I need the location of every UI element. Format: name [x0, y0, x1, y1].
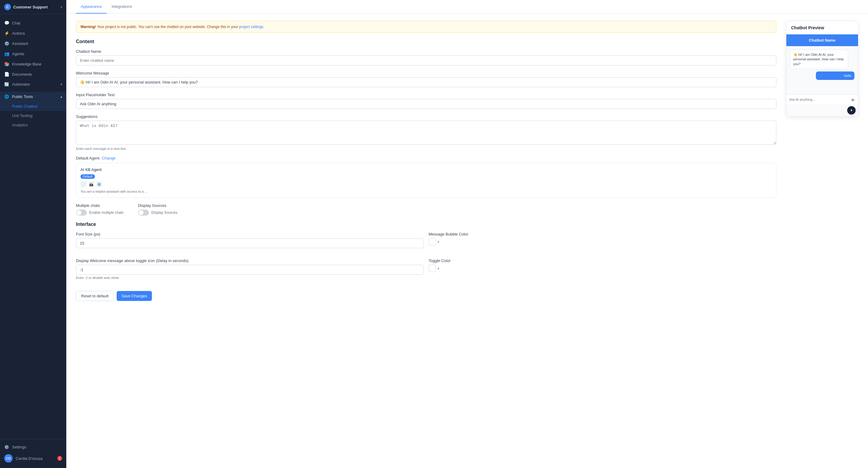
chat-icon: 💬 [4, 21, 9, 25]
sidebar-item-knowledge-base[interactable]: 📚 Knowledge Base [0, 59, 66, 69]
sidebar-subitem-analytics-label: Analytics [12, 123, 28, 127]
change-agent-link[interactable]: Change [102, 156, 116, 160]
agent-icon-gear: ⚙️ [96, 181, 102, 187]
warning-box: Warning! Your project is not public. You… [76, 21, 776, 33]
sidebar-item-agents[interactable]: 👥 Agents [0, 49, 66, 59]
assistant-icon: ⚙️ [4, 41, 9, 46]
default-agent-label: Default Agent [76, 156, 99, 160]
tab-integrations[interactable]: Integrations [107, 0, 137, 13]
default-agent-group: Default Agent Change AI KB Agent Default… [76, 156, 776, 198]
content-section-title: Content [76, 39, 776, 44]
display-sources-toggle-text: Display Sources [151, 210, 178, 215]
preview-section: Chatbot Preview Chatbot Name 👋 Hi! I am … [786, 21, 858, 461]
main-content: Appearance Integrations Warning! Your pr… [66, 0, 868, 468]
sidebar-item-actions-label: Actions [12, 31, 25, 36]
save-button[interactable]: Save Changes [117, 291, 152, 301]
chatbot-name-input[interactable] [76, 56, 776, 65]
public-tools-icon: 🌐 [4, 94, 9, 99]
sidebar-item-automator[interactable]: 🔄 Automator ▾ [0, 79, 66, 89]
welcome-delay-input[interactable] [76, 265, 424, 275]
sidebar-nav: 💬 Chat ⚡ Actions ⚙️ Assistant 👥 Agents 📚… [0, 14, 66, 439]
agents-icon: 👥 [4, 51, 9, 56]
user-name: Cecilia D'souza [16, 456, 54, 461]
preview-user-message: Hello [816, 71, 855, 80]
sidebar-settings-label: Settings [12, 445, 26, 449]
welcome-message-input[interactable] [76, 77, 776, 87]
reset-button[interactable]: Reset to default [76, 291, 114, 301]
sidebar-user-item[interactable]: CD Cecilia D'souza 2 [4, 452, 62, 465]
message-bubble-color-dropdown[interactable]: ▾ [438, 240, 439, 244]
suggestions-textarea[interactable] [76, 121, 776, 145]
display-sources-toggle[interactable] [138, 210, 149, 215]
sidebar-header[interactable]: C Customer Support ▾ [0, 0, 66, 14]
font-size-input[interactable] [76, 238, 424, 248]
display-sources-label: Display Sources [138, 203, 178, 208]
sidebar-chevron-icon: ▾ [61, 5, 62, 9]
sidebar-item-public-tools[interactable]: 🌐 Public Tools ▴ [0, 92, 66, 101]
sidebar-footer: ⚙️ Settings CD Cecilia D'souza 2 [0, 439, 66, 468]
agent-description: You are a helpful assistant with access … [81, 190, 772, 193]
sidebar-item-assistant[interactable]: ⚙️ Assistant [0, 38, 66, 49]
interface-section-title: Interface [76, 222, 776, 227]
display-sources-toggle-thumb [138, 210, 144, 215]
preview-bot-message: 👋 Hi! I am Odin AI AI, your personal ass… [790, 50, 848, 69]
sidebar-subitem-unit-testing[interactable]: Unit Testing [0, 111, 66, 120]
sidebar-item-documents-label: Documents [12, 72, 32, 77]
input-placeholder-label: Input Placeholder Text [76, 93, 776, 97]
knowledge-base-icon: 📚 [4, 61, 9, 66]
automator-icon: 🔄 [4, 82, 9, 87]
sidebar: C Customer Support ▾ 💬 Chat ⚡ Actions ⚙️… [0, 0, 66, 468]
sidebar-subitem-public-chatbot[interactable]: Public Chatbot [0, 101, 66, 111]
multiple-chats-label: Multiple chats [76, 203, 124, 208]
toggle-color-picker: ▾ [429, 265, 776, 272]
sidebar-item-public-tools-label: Public Tools [12, 94, 33, 99]
welcome-message-label: Welcome Message [76, 71, 776, 76]
preview-input[interactable] [789, 98, 852, 101]
suggestions-label: Suggestions [76, 114, 776, 119]
message-bubble-color-swatch[interactable] [429, 238, 436, 245]
send-icon[interactable]: ▶ [852, 97, 855, 102]
multiple-chats-group: Multiple chats Enable multiple chats [76, 203, 124, 215]
sidebar-item-documents[interactable]: 📄 Documents [0, 69, 66, 79]
sidebar-item-automator-label: Automator [12, 82, 30, 87]
sidebar-title: Customer Support [13, 5, 58, 9]
sidebar-item-actions[interactable]: ⚡ Actions [0, 28, 66, 38]
tabs-bar: Appearance Integrations [66, 0, 868, 13]
settings-icon: ⚙️ [4, 445, 9, 449]
sidebar-brand-icon: C [4, 4, 11, 10]
input-placeholder-input[interactable] [76, 99, 776, 109]
display-sources-toggle-row: Display Sources [138, 210, 178, 215]
welcome-delay-label: Display Welcome message above toggle ico… [76, 258, 424, 263]
message-bubble-color-label: Message Bubble Color [429, 232, 776, 236]
multiple-chats-toggle[interactable] [76, 210, 87, 215]
preview-messages: 👋 Hi! I am Odin AI AI, your personal ass… [786, 46, 858, 94]
sidebar-item-chat[interactable]: 💬 Chat [0, 18, 66, 28]
sidebar-subitem-unit-testing-label: Unit Testing [12, 113, 33, 118]
agent-icon-doc: 📄 [81, 181, 87, 187]
toggle-color-dropdown[interactable]: ▾ [438, 267, 439, 270]
toggle-color-swatch[interactable] [429, 265, 436, 272]
sidebar-subitem-public-chatbot-label: Public Chatbot [12, 104, 38, 109]
agent-icon-db: 🗃️ [88, 181, 94, 187]
suggestions-hint: Enter each message in a new line. [76, 147, 776, 150]
preview-toggle-btn: ▾ [786, 104, 858, 116]
toggle-color-label: Toggle Color [429, 258, 776, 263]
agent-card: AI KB Agent Default 📄 🗃️ ⚙️ You are a he… [76, 163, 776, 198]
sidebar-subitem-analytics[interactable]: Analytics [0, 120, 66, 130]
agent-icons: 📄 🗃️ ⚙️ [81, 181, 772, 187]
toggles-row: Multiple chats Enable multiple chats Dis… [76, 203, 776, 215]
avatar: CD [4, 454, 13, 463]
automator-chevron-icon: ▾ [61, 83, 62, 86]
preview-chatbot-header: Chatbot Name [786, 34, 858, 46]
agent-default-badge: Default [81, 174, 95, 179]
agent-card-name: AI KB Agent [81, 167, 772, 172]
content-area: Warning! Your project is not public. You… [66, 13, 868, 468]
preview-title: Chatbot Preview [786, 21, 858, 34]
sidebar-settings-item[interactable]: ⚙️ Settings [4, 442, 62, 452]
chatbot-collapse-button[interactable]: ▾ [847, 106, 856, 115]
interface-grid: Font Size (px) Message Bubble Color ▾ Di… [76, 232, 776, 285]
warning-bold: Warning! [81, 25, 96, 29]
warning-link[interactable]: project settings. [239, 25, 264, 29]
form-section: Warning! Your project is not public. You… [76, 21, 776, 461]
tab-appearance[interactable]: Appearance [76, 0, 107, 13]
